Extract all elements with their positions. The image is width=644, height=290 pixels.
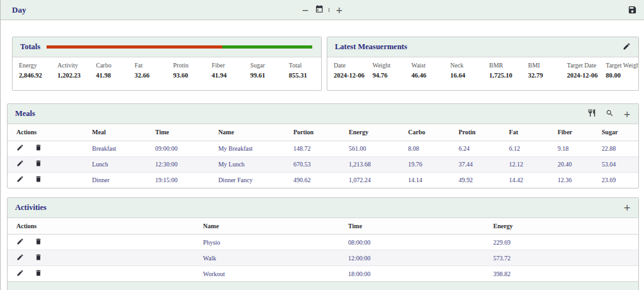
fork-knife-icon bbox=[587, 108, 596, 119]
activities-panel: Activities + Actions Name Time Energy bbox=[7, 197, 639, 290]
delete-activity-button[interactable] bbox=[35, 238, 42, 247]
summary-row: Totals Energy 2,846.92 Activity 1,202.23 bbox=[12, 37, 639, 91]
col-carbo: Carbo bbox=[408, 124, 458, 141]
activity-energy: 573.72 bbox=[494, 250, 638, 266]
meal-portion: 490.62 bbox=[293, 172, 349, 188]
progress-remaining bbox=[222, 45, 312, 49]
meal-row-breakfast: Breakfast 09:00:00 My Breakfast 148.72 5… bbox=[8, 141, 638, 156]
col-energy: Energy bbox=[494, 218, 638, 235]
edit-measurements-button[interactable] bbox=[623, 42, 631, 52]
meas-field-target-date: Target Date 2024-12-06 bbox=[561, 62, 600, 79]
meas-field-waist: Waist 46.46 bbox=[405, 62, 444, 79]
activity-energy: 398.82 bbox=[494, 266, 638, 282]
pencil-icon bbox=[16, 269, 24, 279]
totals-field-fiber: Fiber 41.94 bbox=[205, 62, 244, 79]
col-actions: Actions bbox=[8, 124, 92, 141]
meas-field-bmr: BMR 1,725.10 bbox=[483, 62, 522, 79]
save-button[interactable] bbox=[628, 5, 637, 16]
edit-activity-button[interactable] bbox=[16, 269, 24, 279]
pencil-icon bbox=[16, 144, 24, 153]
next-day-button[interactable]: + bbox=[334, 4, 344, 16]
measurements-header: Latest Measuerments bbox=[327, 37, 638, 57]
meal-fat: 14.42 bbox=[509, 172, 558, 188]
meals-table: Actions Meal Time Name Portion Energy Ca… bbox=[8, 124, 638, 188]
meas-field-bmi: BMI 32.79 bbox=[522, 62, 561, 79]
activities-header-row: Actions Name Time Energy bbox=[8, 218, 638, 235]
col-meal: Meal bbox=[92, 124, 155, 141]
meal-carbo: 19.76 bbox=[408, 156, 458, 172]
edit-meal-button[interactable] bbox=[16, 144, 24, 153]
date-picker-button[interactable] bbox=[315, 4, 324, 15]
page-title: Day bbox=[12, 5, 26, 15]
meal-templates-button[interactable] bbox=[587, 108, 596, 119]
meal-type: Breakfast bbox=[92, 141, 155, 156]
date-navigator: − I + bbox=[300, 4, 344, 16]
add-activity-button[interactable]: + bbox=[623, 203, 631, 212]
edit-meal-button[interactable] bbox=[16, 160, 24, 169]
delete-meal-button[interactable] bbox=[35, 160, 42, 169]
delete-activity-button[interactable] bbox=[35, 269, 42, 279]
meal-protin: 6.24 bbox=[458, 141, 509, 156]
field-label: BMI bbox=[528, 62, 561, 69]
activity-row-physio: Physio 08:00:00 229.69 bbox=[8, 235, 638, 250]
col-time: Time bbox=[348, 218, 493, 235]
totals-field-fat: Fat 32.66 bbox=[128, 62, 167, 79]
activity-row-walk: Walk 12:00:00 573.72 bbox=[8, 250, 638, 266]
meals-panel: Meals + bbox=[7, 103, 639, 188]
edit-activity-button[interactable] bbox=[16, 253, 24, 263]
col-portion: Portion bbox=[293, 124, 349, 141]
meal-fat: 12.12 bbox=[509, 156, 558, 172]
meals-header: Meals + bbox=[8, 104, 638, 124]
activities-header: Activities + bbox=[8, 198, 638, 218]
totals-header: Totals bbox=[13, 37, 321, 57]
field-value: 41.94 bbox=[212, 72, 244, 79]
meas-field-date: Date 2024-12-06 bbox=[327, 62, 366, 79]
plus-icon: + bbox=[623, 203, 631, 212]
totals-field-sugar: Sugar 99.61 bbox=[244, 62, 283, 79]
add-meal-button[interactable]: + bbox=[623, 110, 631, 119]
activities-title: Activities bbox=[15, 203, 47, 212]
pencil-icon bbox=[16, 238, 24, 247]
totals-field-carbo: Carbo 41.98 bbox=[90, 62, 128, 79]
delete-activity-button[interactable] bbox=[35, 253, 42, 263]
col-fiber: Fiber bbox=[558, 124, 602, 141]
measurements-body: Date 2024-12-06 Weight 94.76 Waist 46.46… bbox=[327, 57, 638, 90]
meal-sugar: 53.04 bbox=[602, 156, 638, 172]
field-value: 46.46 bbox=[412, 72, 444, 79]
meal-protin: 37.44 bbox=[458, 156, 509, 172]
meal-row-dinner: Dinner 19:15:00 Dinner Fancy 490.62 1,07… bbox=[8, 172, 638, 188]
meal-time: 19:15:00 bbox=[155, 172, 218, 188]
meal-portion: 148.72 bbox=[293, 141, 349, 156]
edit-meal-button[interactable] bbox=[16, 175, 24, 185]
activity-name: Walk bbox=[203, 250, 348, 266]
meal-sugar: 22.88 bbox=[602, 141, 638, 156]
edit-activity-button[interactable] bbox=[16, 238, 24, 247]
search-icon bbox=[606, 109, 614, 119]
delete-meal-button[interactable] bbox=[35, 144, 42, 153]
topbar: Day − I + bbox=[1, 0, 644, 20]
totals-field-energy: Energy 2,846.92 bbox=[13, 62, 51, 79]
meal-energy: 1,072.24 bbox=[349, 172, 408, 188]
search-meals-button[interactable] bbox=[606, 109, 614, 119]
activity-name: Workout bbox=[203, 266, 348, 282]
field-value: 855.31 bbox=[289, 72, 321, 79]
field-label: Target Weight bbox=[606, 62, 638, 69]
meal-energy: 561.00 bbox=[349, 141, 408, 156]
field-value: 41.98 bbox=[96, 72, 128, 79]
field-label: Fiber bbox=[212, 62, 244, 69]
field-value: 32.79 bbox=[528, 72, 561, 79]
col-sugar: Sugar bbox=[602, 124, 638, 141]
field-value: 2024-12-06 bbox=[334, 72, 366, 79]
meal-type: Lunch bbox=[92, 156, 155, 172]
meal-time: 09:00:00 bbox=[155, 141, 218, 156]
previous-day-button[interactable]: − bbox=[300, 4, 310, 16]
meal-portion: 670.53 bbox=[293, 156, 349, 172]
totals-field-total: Total 855.31 bbox=[283, 62, 321, 79]
trash-icon bbox=[35, 144, 42, 153]
meal-name: My Lunch bbox=[218, 156, 293, 172]
pencil-icon bbox=[623, 42, 631, 52]
delete-meal-button[interactable] bbox=[35, 175, 42, 185]
meal-name: Dinner Fancy bbox=[218, 172, 293, 188]
pencil-icon bbox=[16, 253, 24, 263]
save-icon bbox=[628, 5, 637, 16]
